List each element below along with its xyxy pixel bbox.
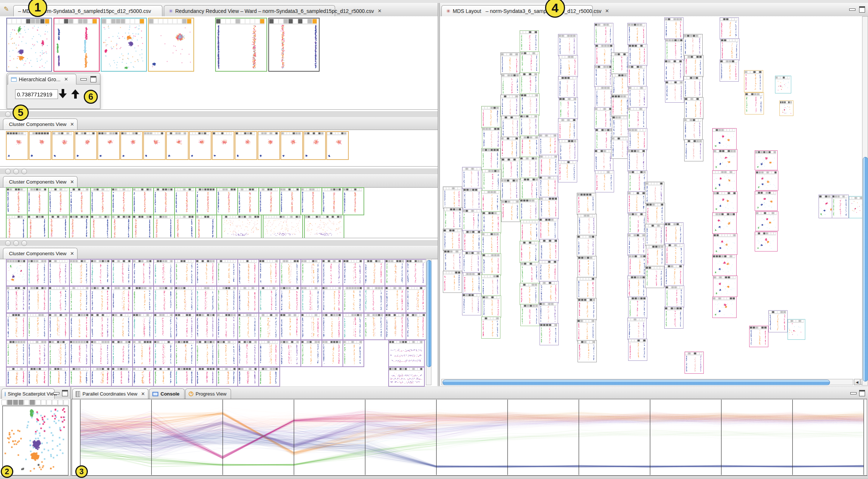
mds-node-thumbnail[interactable] <box>444 208 463 230</box>
cluster-component-plot[interactable] <box>279 340 301 367</box>
mds-node-thumbnail[interactable] <box>559 139 578 161</box>
cluster-component-plot[interactable] <box>385 286 406 313</box>
cluster-component-plot[interactable] <box>48 340 70 367</box>
mds-node-thumbnail[interactable] <box>500 179 520 201</box>
mds-node-thumbnail[interactable] <box>664 59 683 82</box>
mds-node-thumbnail[interactable] <box>683 118 703 140</box>
mds-node-thumbnail[interactable] <box>539 176 558 198</box>
mds-node-thumbnail[interactable] <box>788 319 805 340</box>
mds-node-thumbnail[interactable] <box>745 92 764 114</box>
cluster-component-plot[interactable] <box>143 131 166 160</box>
cluster-component-plot[interactable] <box>321 313 343 340</box>
mds-node-thumbnail[interactable] <box>463 230 482 252</box>
cluster-component-plot[interactable] <box>258 286 280 313</box>
mds-node-thumbnail[interactable] <box>578 298 597 320</box>
cluster-component-plot[interactable] <box>90 286 112 313</box>
mds-node-thumbnail[interactable] <box>463 188 482 210</box>
cluster-component-plot[interactable] <box>237 340 259 367</box>
mds-node-thumbnail[interactable] <box>558 118 577 140</box>
cluster-component-plot[interactable] <box>132 259 154 286</box>
tab-single-scatterplot-view[interactable]: Single Scatterplot View <box>1 389 55 399</box>
mds-node-thumbnail[interactable] <box>749 326 768 347</box>
parallel-coordinates-panel[interactable] <box>72 399 868 476</box>
cluster-component-plot[interactable] <box>237 313 259 340</box>
mds-node-thumbnail[interactable] <box>712 297 737 318</box>
maximize-icon[interactable] <box>90 76 96 82</box>
dimension-cell[interactable] <box>63 400 69 405</box>
cluster-component-plot[interactable] <box>300 313 322 340</box>
cluster-component-plot[interactable] <box>90 367 112 387</box>
mds-node-thumbnail[interactable] <box>481 317 500 339</box>
mds-node-thumbnail[interactable] <box>779 100 793 116</box>
mds-node-thumbnail[interactable] <box>540 239 559 261</box>
mds-node-thumbnail[interactable] <box>578 340 597 362</box>
mds-node-thumbnail[interactable] <box>755 211 778 231</box>
mds-node-thumbnail[interactable] <box>594 23 613 45</box>
cluster-component-plot[interactable] <box>195 313 217 340</box>
mds-node-thumbnail[interactable] <box>520 30 539 52</box>
mds-node-thumbnail[interactable] <box>646 245 665 267</box>
cluster-component-plot[interactable] <box>48 313 70 340</box>
mds-node-thumbnail[interactable] <box>712 212 737 234</box>
cluster-component-plot[interactable] <box>364 313 385 340</box>
cluster-component-plot[interactable] <box>69 340 91 367</box>
mds-node-thumbnail[interactable] <box>627 191 647 213</box>
cluster-component-plot[interactable] <box>279 187 301 215</box>
cluster-component-plot[interactable] <box>90 259 112 286</box>
mds-node-thumbnail[interactable] <box>539 134 558 156</box>
minimize-icon[interactable] <box>53 392 59 394</box>
mds-node-thumbnail[interactable] <box>713 149 737 171</box>
cluster-component-plot[interactable] <box>6 215 28 240</box>
cluster-component-plot[interactable] <box>174 367 196 387</box>
cluster-component-plot[interactable] <box>321 259 343 286</box>
mds-node-thumbnail[interactable] <box>628 254 647 277</box>
overview-scatterplot-thumbnail[interactable] <box>54 18 100 72</box>
cluster-component-plot[interactable] <box>6 131 28 160</box>
cluster-component-plot[interactable] <box>258 367 280 387</box>
mds-node-thumbnail[interactable] <box>500 137 520 159</box>
cluster-component-plot[interactable] <box>6 340 28 367</box>
mds-node-thumbnail[interactable] <box>755 150 778 170</box>
mds-node-thumbnail[interactable] <box>577 277 596 299</box>
dimension-cell[interactable] <box>1 400 7 405</box>
cluster-component-plot[interactable] <box>52 131 74 160</box>
mds-node-thumbnail[interactable] <box>520 304 540 326</box>
close-icon[interactable]: ✕ <box>70 122 74 127</box>
cluster-component-plot[interactable] <box>321 286 343 313</box>
cluster-component-plot[interactable] <box>153 313 175 340</box>
dimension-cell[interactable] <box>46 400 52 405</box>
cluster-component-plot[interactable] <box>153 367 175 387</box>
cluster-component-plot[interactable] <box>195 215 217 240</box>
tab-progress-view[interactable]: Progress View <box>185 389 231 399</box>
mds-node-thumbnail[interactable] <box>628 86 647 108</box>
cluster-component-plot[interactable] <box>263 215 303 240</box>
cluster-component-plot[interactable] <box>280 131 303 160</box>
mds-node-thumbnail[interactable] <box>720 17 739 40</box>
cluster-component-plot[interactable] <box>385 259 406 286</box>
mds-node-thumbnail[interactable] <box>755 232 778 252</box>
dimension-strip[interactable] <box>1 400 69 405</box>
mds-node-thumbnail[interactable] <box>539 260 558 282</box>
mds-node-thumbnail[interactable] <box>628 212 647 235</box>
mds-node-thumbnail[interactable] <box>482 211 501 233</box>
panel-control-dot[interactable] <box>13 169 19 174</box>
mds-node-thumbnail[interactable] <box>520 93 540 116</box>
overview-scatterplot-thumbnail[interactable] <box>268 18 320 72</box>
cluster-component-plot[interactable] <box>27 367 49 387</box>
tab-cluster-components-view[interactable]: Cluster Components View✕ <box>3 248 78 259</box>
mds-node-thumbnail[interactable] <box>665 38 684 61</box>
cluster-component-plot[interactable] <box>303 131 326 160</box>
maximize-icon[interactable] <box>62 390 68 396</box>
mds-node-thumbnail[interactable] <box>520 51 540 73</box>
cluster-component-plot[interactable] <box>364 259 385 286</box>
cluster-component-plot[interactable] <box>90 187 112 215</box>
mds-node-thumbnail[interactable] <box>713 276 737 297</box>
mds-node-thumbnail[interactable] <box>500 52 520 75</box>
mds-node-thumbnail[interactable] <box>594 149 613 171</box>
cluster-component-plot[interactable] <box>216 367 238 387</box>
cluster-component-plot[interactable] <box>321 187 343 215</box>
cluster-component-plot[interactable] <box>6 367 28 387</box>
cluster-component-plot[interactable] <box>174 215 196 240</box>
scroll-left-button[interactable]: ◀ <box>854 379 860 385</box>
cluster-component-plot[interactable] <box>174 187 196 215</box>
